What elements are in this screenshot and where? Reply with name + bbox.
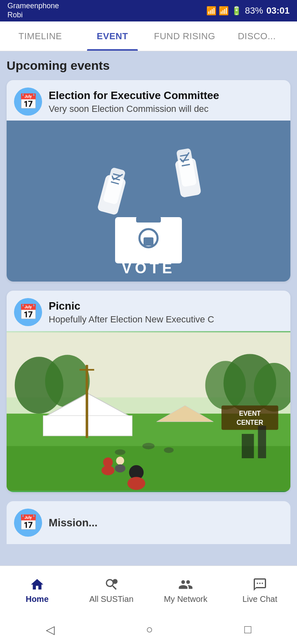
battery-percent: 83% <box>245 5 263 16</box>
svg-rect-1 <box>136 217 161 223</box>
bottom-nav-mynetwork[interactable]: My Network <box>148 566 223 615</box>
svg-text:VOTE: VOTE <box>122 260 175 275</box>
bottom-nav: Home All SUSTian My Network Live Chat <box>0 566 297 615</box>
event-title-election: Election for Executive Committee <box>49 89 283 102</box>
event-icon-election: 📅 <box>14 88 42 116</box>
people-icon <box>178 577 193 592</box>
event-text-picnic: Picnic Hopefully After Election New Exec… <box>49 300 283 325</box>
svg-rect-39 <box>86 365 88 438</box>
svg-rect-38 <box>242 434 254 458</box>
svg-rect-3 <box>144 237 153 246</box>
carrier1: Grameenphone <box>7 2 59 11</box>
svg-rect-37 <box>258 426 266 458</box>
svg-point-33 <box>115 464 125 473</box>
svg-point-31 <box>101 466 114 476</box>
carrier-info: Grameenphone Robi <box>7 2 59 19</box>
bottom-nav-livechat[interactable]: Live Chat <box>223 566 297 615</box>
svg-point-44 <box>113 579 118 584</box>
svg-point-29 <box>115 449 125 455</box>
home-button[interactable]: ○ <box>146 623 153 636</box>
allsustian-label: All SUSTian <box>89 594 133 604</box>
partial-event-title: Mission... <box>49 516 97 529</box>
event-subtitle-election: Very soon Election Commission will dec <box>49 104 283 114</box>
tab-disco[interactable]: DISCO... <box>221 21 293 51</box>
svg-point-28 <box>164 447 174 453</box>
event-card-picnic[interactable]: 📅 Picnic Hopefully After Election New Ex… <box>7 291 290 492</box>
signal-icons: 📶 📶 🔋 <box>206 6 242 16</box>
calendar-icon: 📅 <box>19 93 38 110</box>
home-icon <box>30 577 45 592</box>
partial-event-card[interactable]: 📅 Mission... <box>7 501 290 544</box>
top-nav: TIMELINE EVENT FUND RISING DISCO... <box>0 21 297 51</box>
partial-event-icon: 📅 <box>14 509 42 537</box>
back-button[interactable]: ◁ <box>46 623 55 637</box>
event-header-election: 📅 Election for Executive Committee Very … <box>7 80 290 121</box>
svg-text:EVENT: EVENT <box>239 410 261 417</box>
livechat-label: Live Chat <box>243 594 278 604</box>
calendar-icon-picnic: 📅 <box>19 303 38 321</box>
svg-rect-40 <box>80 369 94 371</box>
tab-timeline[interactable]: TIMELINE <box>4 21 76 51</box>
picnic-svg: EVENT CENTER <box>7 331 290 492</box>
android-nav: ◁ ○ □ <box>0 615 297 644</box>
svg-point-27 <box>142 443 154 450</box>
bottom-nav-allsustian[interactable]: All SUSTian <box>74 566 148 615</box>
event-text-election: Election for Executive Committee Very so… <box>49 89 283 114</box>
bottom-nav-home[interactable]: Home <box>0 566 74 615</box>
tab-fund-rising[interactable]: FUND RISING <box>148 21 221 51</box>
status-right: 📶 📶 🔋 83% 03:01 <box>206 5 290 16</box>
event-header-picnic: 📅 Picnic Hopefully After Election New Ex… <box>7 291 290 331</box>
status-bar: Grameenphone Robi 📶 📶 🔋 83% 03:01 <box>0 0 297 21</box>
svg-point-43 <box>127 477 145 490</box>
home-label: Home <box>26 594 49 604</box>
mynetwork-label: My Network <box>164 594 207 604</box>
svg-text:CENTER: CENTER <box>236 419 263 426</box>
vote-image: VOTE <box>7 121 290 282</box>
recent-button[interactable]: □ <box>244 623 251 636</box>
search-person-icon <box>104 577 119 592</box>
section-title: Upcoming events <box>7 59 290 73</box>
svg-point-21 <box>205 361 246 410</box>
event-title-picnic: Picnic <box>49 300 283 313</box>
chat-icon <box>252 577 267 592</box>
vote-svg: VOTE <box>78 127 219 275</box>
carrier2: Robi <box>7 11 59 20</box>
event-icon-picnic: 📅 <box>14 298 42 326</box>
calendar-icon-partial: 📅 <box>19 514 38 531</box>
tab-event[interactable]: EVENT <box>76 21 148 51</box>
event-card-election[interactable]: 📅 Election for Executive Committee Very … <box>7 80 290 282</box>
picnic-image: EVENT CENTER <box>7 331 290 492</box>
main-content: Upcoming events 📅 Election for Executive… <box>0 51 297 566</box>
time: 03:01 <box>266 5 290 16</box>
svg-point-32 <box>116 457 124 465</box>
event-subtitle-picnic: Hopefully After Election New Executive C <box>49 314 283 325</box>
